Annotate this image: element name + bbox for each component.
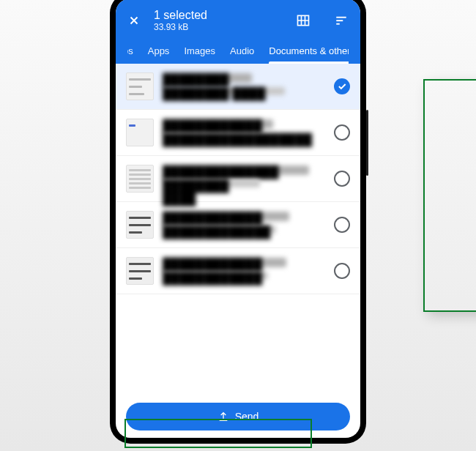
file-name: ████████████ bbox=[163, 119, 273, 129]
file-meta: ████████████ ████████████ bbox=[163, 258, 325, 284]
file-name: ██████████████ bbox=[163, 165, 309, 175]
file-meta: ████████ ████████ ████ bbox=[163, 73, 325, 100]
close-icon[interactable] bbox=[127, 14, 141, 27]
selected-count: 1 selected bbox=[154, 9, 207, 22]
file-name: ████████████ bbox=[163, 212, 289, 221]
list-item[interactable]: ████████████ █████████████ bbox=[116, 202, 360, 248]
file-thumbnail bbox=[126, 257, 154, 285]
file-list: ████████ ████████ ████ ████████████ ████… bbox=[116, 64, 360, 398]
grid-view-icon[interactable] bbox=[296, 13, 310, 28]
file-meta: ████████████ ██████████████████ bbox=[163, 119, 325, 146]
svg-rect-1 bbox=[336, 17, 346, 18]
svg-rect-3 bbox=[336, 23, 340, 25]
tab-audio[interactable]: Audio bbox=[230, 45, 254, 64]
list-item[interactable]: ████████████ ████████████ bbox=[116, 248, 360, 294]
file-detail: █████████████ bbox=[163, 225, 276, 234]
file-detail: ████████ ████ bbox=[163, 179, 260, 187]
file-name: ████████████ bbox=[163, 258, 286, 267]
file-thumbnail bbox=[126, 119, 154, 146]
select-checkbox[interactable] bbox=[334, 124, 350, 141]
file-thumbnail bbox=[126, 165, 154, 193]
selection-summary: 1 selected 33.93 kB bbox=[154, 9, 207, 32]
list-item[interactable]: ████████████ ██████████████████ bbox=[116, 110, 360, 156]
file-meta: ████████████ █████████████ bbox=[163, 212, 325, 238]
file-thumbnail bbox=[126, 72, 154, 100]
send-label: Send bbox=[235, 411, 259, 422]
file-detail: ████████████ bbox=[163, 272, 268, 280]
select-checkbox[interactable] bbox=[334, 78, 350, 94]
tab-documents[interactable]: Documents & other bbox=[269, 45, 349, 64]
list-item[interactable]: ██████████████ ████████ ████ bbox=[116, 156, 360, 202]
app-header: 1 selected 33.93 kB os Apps bbox=[116, 0, 360, 64]
annotation-highlight-checkboxes bbox=[423, 79, 476, 312]
category-tabs: os Apps Images Audio Documents & other bbox=[127, 32, 349, 64]
select-checkbox[interactable] bbox=[334, 171, 350, 187]
tab-images[interactable]: Images bbox=[184, 45, 215, 64]
file-name: ████████ bbox=[163, 73, 252, 83]
file-meta: ██████████████ ████████ ████ bbox=[163, 165, 325, 192]
list-item[interactable]: ████████ ████████ ████ bbox=[116, 64, 360, 110]
selected-size: 33.93 kB bbox=[154, 22, 207, 32]
file-detail: ████████ ████ bbox=[163, 87, 285, 95]
upload-icon bbox=[217, 411, 229, 422]
select-checkbox[interactable] bbox=[334, 217, 350, 233]
send-button[interactable]: Send bbox=[126, 403, 350, 430]
sort-icon[interactable] bbox=[334, 13, 349, 28]
file-detail: ██████████████████ bbox=[163, 133, 305, 141]
svg-rect-2 bbox=[336, 20, 343, 21]
file-thumbnail bbox=[126, 211, 154, 239]
tab-apps[interactable]: Apps bbox=[148, 45, 170, 64]
select-checkbox[interactable] bbox=[334, 263, 350, 279]
tab-partial[interactable]: os bbox=[127, 45, 133, 64]
